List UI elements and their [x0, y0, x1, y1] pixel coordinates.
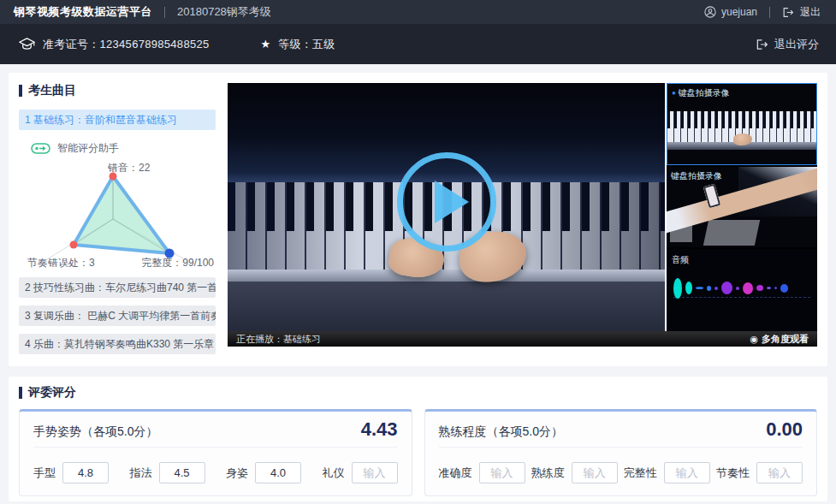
divider — [164, 7, 165, 18]
logout-label: 退出 — [800, 5, 821, 20]
user-avatar-icon — [704, 6, 716, 18]
field-label: 礼仪 — [323, 465, 345, 481]
session-name: 20180728钢琴考级 — [177, 4, 271, 20]
rhythm-input[interactable] — [756, 462, 803, 483]
field-label: 熟练度 — [531, 465, 565, 481]
video-control-bar: 正在播放：基础练习 ◉ 多角度观看 — [228, 331, 817, 347]
judge-scoring-section: 评委评分 手势姿势（各项5.0分） 4.43 手型 指法 身姿 — [9, 377, 827, 501]
song-item-4[interactable]: 4 乐曲：莫扎特钢琴奏鸣曲K330 第一乐章 — [19, 334, 216, 354]
multi-angle-label: 多角度观看 — [762, 333, 809, 346]
section-accent-bar — [19, 85, 22, 97]
field-completeness: 完整性 — [624, 462, 710, 483]
field-rhythm: 节奏性 — [716, 462, 803, 483]
accuracy-input[interactable] — [479, 462, 525, 483]
active-cam-dot: ● — [672, 90, 676, 97]
play-button[interactable] — [397, 152, 496, 252]
piano-key-front — [228, 270, 665, 282]
exit-scoring-button[interactable]: 退出评分 — [756, 37, 819, 52]
video-floor — [228, 282, 665, 331]
proficiency-card-score: 0.00 — [766, 418, 803, 441]
camera2-label: 键盘拍摄录像 — [671, 170, 722, 182]
field-accuracy: 准确度 — [439, 462, 525, 483]
star-icon: ★ — [261, 38, 271, 50]
radar-label-wrong-notes: 错音：22 — [108, 161, 150, 175]
completeness-input[interactable] — [664, 462, 710, 483]
admission-number: 准考证号：12345678985488525 — [43, 37, 210, 52]
song-item-2[interactable]: 2 技巧性练习曲：车尔尼练习曲740 第一首 — [19, 277, 216, 298]
field-fingering: 指法 — [130, 462, 205, 483]
divider — [769, 7, 770, 18]
field-label: 完整性 — [624, 465, 657, 481]
graduation-cap-icon — [19, 38, 35, 51]
score-card-proficiency: 熟练程度（各项5.0分） 0.00 准确度 熟练度 完整性 节奏性 — [424, 409, 818, 496]
song-list-panel: 考生曲目 1 基础练习：音阶和琶音基础练习 智能评分助手 错音：22 — [19, 83, 216, 356]
field-label: 身姿 — [226, 465, 248, 481]
proficiency-input[interactable] — [572, 462, 618, 483]
camera-view-keyboard-top[interactable]: ● 键盘拍摄录像 — [667, 83, 817, 165]
radar-chart-svg — [27, 169, 199, 265]
field-proficiency: 熟练度 — [531, 462, 618, 483]
camera-view-keyboard-side[interactable]: 键盘拍摄录像 — [667, 167, 817, 247]
hand-shape-input[interactable] — [62, 462, 109, 483]
app-title: 钢琴视频考级数据运营平台 — [14, 4, 152, 20]
ai-assistant-icon — [31, 143, 50, 154]
score-card-gesture: 手势姿势（各项5.0分） 4.43 手型 指法 身姿 礼仪 — [19, 409, 412, 496]
multi-angle-button[interactable]: ◉ 多角度观看 — [750, 333, 809, 346]
gesture-card-score: 4.43 — [361, 418, 398, 441]
exit-icon — [756, 39, 768, 50]
audio-waveform — [673, 274, 810, 303]
radar-chart: 错音：22 节奏错误处：3 完整度：99/100 — [19, 157, 216, 270]
scoring-title: 评委评分 — [28, 385, 76, 400]
now-playing-text: 正在播放：基础练习 — [236, 333, 321, 346]
ai-assistant-row: 智能评分助手 — [31, 141, 216, 156]
camera1-label: 键盘拍摄录像 — [679, 87, 730, 99]
field-label: 节奏性 — [716, 465, 750, 481]
field-label: 手型 — [33, 465, 56, 481]
field-label: 指法 — [130, 465, 152, 481]
field-hand-shape: 手型 — [33, 462, 109, 483]
song-list-title: 考生曲目 — [28, 83, 76, 98]
radar-label-completeness: 完整度：99/100 — [141, 256, 214, 270]
proficiency-card-title: 熟练程度（各项5.0分） — [439, 424, 563, 440]
field-posture: 身姿 — [226, 462, 301, 483]
play-icon — [435, 181, 469, 223]
exam-media-card: 考生曲目 1 基础练习：音阶和琶音基础练习 智能评分助手 错音：22 — [9, 73, 827, 366]
section-accent-bar — [19, 387, 22, 399]
logout-button[interactable]: 退出 — [782, 5, 821, 20]
camera-column: ● 键盘拍摄录像 键盘拍摄录像 音频 — [667, 83, 817, 331]
radar-label-rhythm-errors: 节奏错误处：3 — [27, 256, 95, 270]
main-video-player[interactable] — [228, 83, 665, 331]
exam-info-bar: 准考证号：12345678985488525 ★ 等级：五级 退出评分 — [0, 24, 836, 64]
song-item-1[interactable]: 1 基础练习：音阶和琶音基础练习 — [19, 110, 216, 130]
field-label: 准确度 — [439, 465, 472, 481]
ai-assistant-label: 智能评分助手 — [57, 141, 119, 156]
audio-track-panel[interactable]: 音频 — [667, 249, 817, 331]
song-item-3[interactable]: 3 复调乐曲： 巴赫C 大调平均律第一首前奏曲 — [19, 305, 216, 326]
fingering-input[interactable] — [159, 462, 205, 483]
etiquette-input[interactable] — [352, 462, 398, 483]
exit-scoring-label: 退出评分 — [774, 37, 819, 52]
user-name[interactable]: yuejuan — [721, 6, 757, 18]
logout-icon — [782, 7, 794, 18]
gesture-card-title: 手势姿势（各项5.0分） — [33, 424, 157, 440]
posture-input[interactable] — [255, 462, 301, 483]
exam-level: 等级：五级 — [278, 37, 335, 52]
top-navbar: 钢琴视频考级数据运营平台 20180728钢琴考级 yuejuan 退出 — [0, 0, 836, 24]
media-area: ● 键盘拍摄录像 键盘拍摄录像 音频 — [228, 83, 817, 356]
field-etiquette: 礼仪 — [323, 462, 398, 483]
multi-angle-eye-icon: ◉ — [750, 334, 758, 345]
audio-label: 音频 — [672, 254, 689, 266]
